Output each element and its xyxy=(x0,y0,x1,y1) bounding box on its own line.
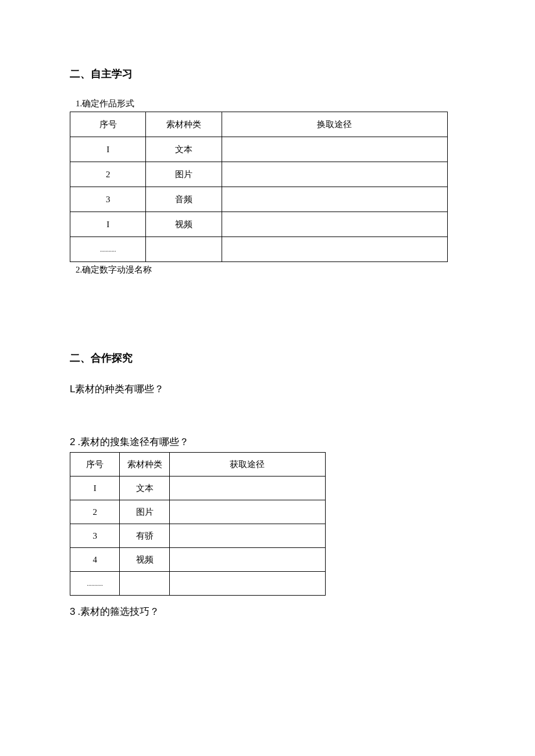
table-row: 3 有骄 xyxy=(70,524,326,548)
table-row: 3 音频 xyxy=(70,187,448,212)
question-1-text: 素材的种类有哪些？ xyxy=(75,384,164,395)
table-cell xyxy=(222,212,447,237)
table-cell: I xyxy=(70,476,120,500)
table-cell xyxy=(222,237,447,262)
question-2: 2 .素材的搜集途径有哪些？ xyxy=(70,435,465,449)
table-cell: 文本 xyxy=(146,137,222,162)
section1-item2: 2.确定数字动漫名称 xyxy=(70,264,465,275)
table-cell: 2 xyxy=(70,162,146,187)
question-2-text: .素材的搜集途径有哪些？ xyxy=(75,436,189,447)
table-row: 2 图片 xyxy=(70,162,448,187)
table-1: 序号 索材种类 换取途径 I 文本 2 图片 3 音频 I 视频 .......… xyxy=(70,112,448,262)
table-cell: 文本 xyxy=(120,476,169,500)
table-cell xyxy=(169,572,325,596)
table-header-cell: 索材种类 xyxy=(146,112,222,137)
table-cell: 视频 xyxy=(146,212,222,237)
table-cell: ........... xyxy=(70,572,120,596)
spacer xyxy=(70,275,465,351)
table-row: I 文本 xyxy=(70,476,326,500)
section1-item1: 1.确定作品形式 xyxy=(70,98,465,109)
table-cell: 2 xyxy=(70,500,120,524)
table-cell: 3 xyxy=(70,524,120,548)
table-cell xyxy=(169,548,325,572)
table-header-cell: 序号 xyxy=(70,453,120,476)
table-row: ........... xyxy=(70,237,448,262)
table-cell: 有骄 xyxy=(120,524,169,548)
table-cell: 3 xyxy=(70,187,146,212)
table-cell xyxy=(169,524,325,548)
table-row: 序号 索材种类 换取途径 xyxy=(70,112,448,137)
table-cell xyxy=(146,237,222,262)
table-cell xyxy=(222,187,447,212)
table-cell: I xyxy=(70,137,146,162)
table-cell: 图片 xyxy=(120,500,169,524)
table-2: 序号 索材种类 获取途径 I 文本 2 图片 3 有骄 4 视频 .......… xyxy=(70,452,326,596)
question-3: 3 .素材的箍选技巧？ xyxy=(70,605,465,618)
section1-heading: 二、自主学习 xyxy=(70,67,465,81)
table-cell xyxy=(120,572,169,596)
table-cell: 4 xyxy=(70,548,120,572)
table-row: 2 图片 xyxy=(70,500,326,524)
table-header-cell: 换取途径 xyxy=(222,112,447,137)
table-row: I 文本 xyxy=(70,137,448,162)
table-cell: 图片 xyxy=(146,162,222,187)
table-cell: I xyxy=(70,212,146,237)
table-cell xyxy=(169,476,325,500)
table-header-cell: 序号 xyxy=(70,112,146,137)
table-cell xyxy=(169,500,325,524)
table-cell xyxy=(222,162,447,187)
table-cell: 音频 xyxy=(146,187,222,212)
table-row: I 视频 xyxy=(70,212,448,237)
table-cell xyxy=(222,137,447,162)
table-header-cell: 索材种类 xyxy=(120,453,169,476)
section2-heading: 二、合作探究 xyxy=(70,351,465,365)
table-cell: 视频 xyxy=(120,548,169,572)
table-cell: ........... xyxy=(70,237,146,262)
table-header-cell: 获取途径 xyxy=(169,453,325,476)
table-row: 4 视频 xyxy=(70,548,326,572)
table-row: ........... xyxy=(70,572,326,596)
page: 二、自主学习 1.确定作品形式 序号 索材种类 换取途径 I 文本 2 图片 3… xyxy=(0,0,535,756)
question-3-text: .素材的箍选技巧？ xyxy=(75,606,159,617)
table-row: 序号 索材种类 获取途径 xyxy=(70,453,326,476)
question-1: L素材的种类有哪些？ xyxy=(70,382,465,396)
